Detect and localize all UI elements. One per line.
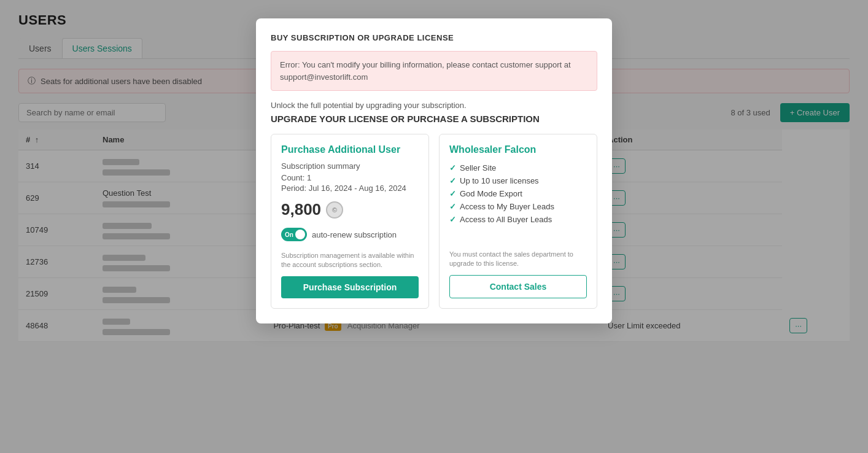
modal-overlay: BUY SUBSCRIPTION OR UPGRADE LICENSE Erro… xyxy=(0,0,868,453)
feature-item: ✓ Seller Site xyxy=(449,161,587,174)
error-box: Error: You can't modify your billing inf… xyxy=(271,51,597,91)
toggle-on-label: On xyxy=(285,231,293,238)
plan-note-additional: Subscription management is available wit… xyxy=(281,251,419,270)
subscription-period: Period: Jul 16, 2024 - Aug 16, 2024 xyxy=(281,184,419,193)
check-icon: ✓ xyxy=(449,189,456,198)
feature-item: ✓ Access to My Buyer Leads xyxy=(449,200,587,213)
page-background: USERS Users Users Sessions ⓘ Seats for a… xyxy=(0,0,868,453)
coin-icon: © xyxy=(326,201,343,219)
price-row: 9,800 © xyxy=(281,200,419,219)
toggle-knob xyxy=(295,230,305,239)
check-icon: ✓ xyxy=(449,202,456,211)
purchase-subscription-button[interactable]: Purchase Subscription xyxy=(281,276,419,298)
check-icon: ✓ xyxy=(449,163,456,172)
feature-item: ✓ Access to All Buyer Leads xyxy=(449,213,587,226)
plan-card-wholesaler: Wholesaler Falcon ✓ Seller Site ✓ Up to … xyxy=(439,134,597,309)
subscription-summary-label: Subscription summary xyxy=(281,161,419,171)
error-text: Error: You can't modify your billing inf… xyxy=(280,60,571,82)
upgrade-heading: UPGRADE YOUR LICENSE OR PURCHASE A SUBSC… xyxy=(271,114,597,124)
feature-item: ✓ God Mode Export xyxy=(449,187,587,200)
toggle-row: On auto-renew subscription xyxy=(281,228,419,241)
upgrade-intro: Unlock the full potential by upgrading y… xyxy=(271,101,597,110)
plan-name-additional: Purchase Additional User xyxy=(281,144,419,155)
modal-title: BUY SUBSCRIPTION OR UPGRADE LICENSE xyxy=(271,33,597,42)
modal-dialog: BUY SUBSCRIPTION OR UPGRADE LICENSE Erro… xyxy=(256,18,612,323)
check-icon: ✓ xyxy=(449,176,456,185)
check-icon: ✓ xyxy=(449,215,456,224)
wholesaler-note: You must contact the sales department to… xyxy=(449,250,587,269)
price-value: 9,800 xyxy=(281,200,321,219)
contact-sales-button[interactable]: Contact Sales xyxy=(449,275,587,298)
subscription-count: Count: 1 xyxy=(281,173,419,182)
toggle-label: auto-renew subscription xyxy=(312,230,397,239)
plans-row: Purchase Additional User Subscription su… xyxy=(271,134,597,309)
auto-renew-toggle[interactable]: On xyxy=(281,228,307,241)
plan-name-wholesaler: Wholesaler Falcon xyxy=(449,144,587,155)
feature-list: ✓ Seller Site ✓ Up to 10 user licenses ✓… xyxy=(449,161,587,226)
plan-card-additional-user: Purchase Additional User Subscription su… xyxy=(271,134,429,309)
feature-item: ✓ Up to 10 user licenses xyxy=(449,174,587,187)
